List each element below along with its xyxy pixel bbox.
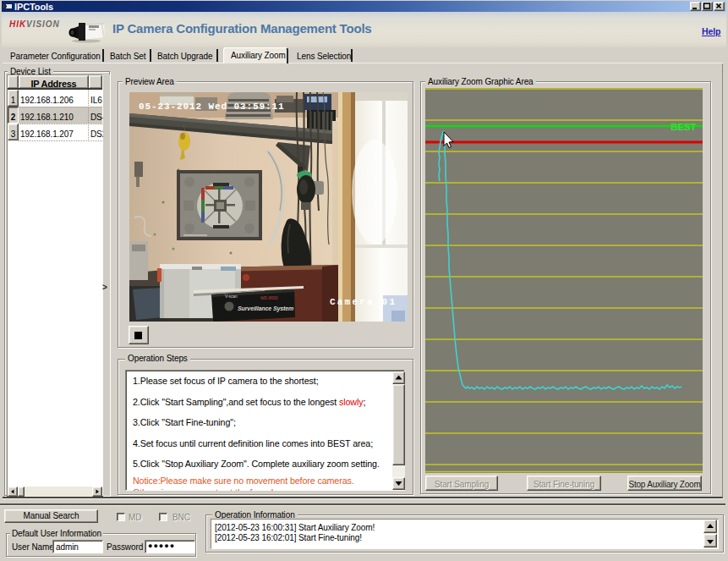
svg-text:Surveillance System: Surveillance System <box>238 305 293 312</box>
svg-text:BEST: BEST <box>671 122 696 132</box>
svg-text:05-23-2012 Wed 03:59:11: 05-23-2012 Wed 03:59:11 <box>139 102 285 112</box>
svg-text:Camera 01: Camera 01 <box>330 297 397 307</box>
svg-text:V-scan: V-scan <box>225 294 238 299</box>
svg-text:WD-8000: WD-8000 <box>260 295 278 300</box>
